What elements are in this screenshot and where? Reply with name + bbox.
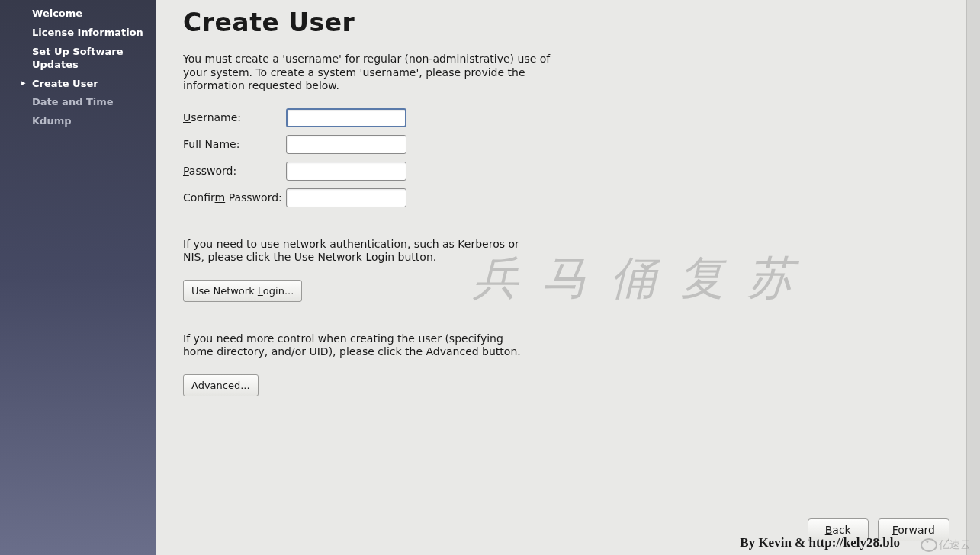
sidebar-item-date-time[interactable]: Date and Time xyxy=(0,93,156,112)
confirm-password-row: Confirm Password: xyxy=(183,188,949,207)
network-login-text: If you need to use network authenticatio… xyxy=(183,238,534,265)
forward-button[interactable]: Forward xyxy=(878,518,949,541)
intro-text: You must create a 'username' for regular… xyxy=(183,53,564,93)
sidebar-item-kdump[interactable]: Kdump xyxy=(0,112,156,131)
username-input[interactable] xyxy=(286,108,406,127)
back-button[interactable]: Back xyxy=(808,518,869,541)
sidebar: Welcome License Information Set Up Softw… xyxy=(0,0,156,555)
username-label: Username: xyxy=(183,111,286,124)
sidebar-item-license[interactable]: License Information xyxy=(0,24,156,43)
advanced-button[interactable]: Advanced... xyxy=(183,374,259,396)
fullname-row: Full Name: xyxy=(183,135,949,154)
fullname-input[interactable] xyxy=(286,135,406,154)
sidebar-item-software-updates[interactable]: Set Up Software Updates xyxy=(0,43,156,75)
advanced-text: If you need more control when creating t… xyxy=(183,332,534,359)
sidebar-item-create-user[interactable]: Create User xyxy=(0,75,156,94)
password-label: Password: xyxy=(183,165,286,177)
page-title: Create User xyxy=(183,8,949,37)
confirm-password-label: Confirm Password: xyxy=(183,191,286,204)
main-content: Create User You must create a 'username'… xyxy=(156,0,980,555)
password-row: Password: xyxy=(183,162,949,181)
password-input[interactable] xyxy=(286,162,406,181)
username-row: Username: xyxy=(183,108,949,127)
use-network-login-button[interactable]: Use Network Login... xyxy=(183,280,302,302)
footer-buttons: Back Forward xyxy=(808,518,949,541)
sidebar-item-welcome[interactable]: Welcome xyxy=(0,5,156,24)
scrollbar[interactable] xyxy=(966,0,980,555)
confirm-password-input[interactable] xyxy=(286,188,406,207)
fullname-label: Full Name: xyxy=(183,138,286,150)
